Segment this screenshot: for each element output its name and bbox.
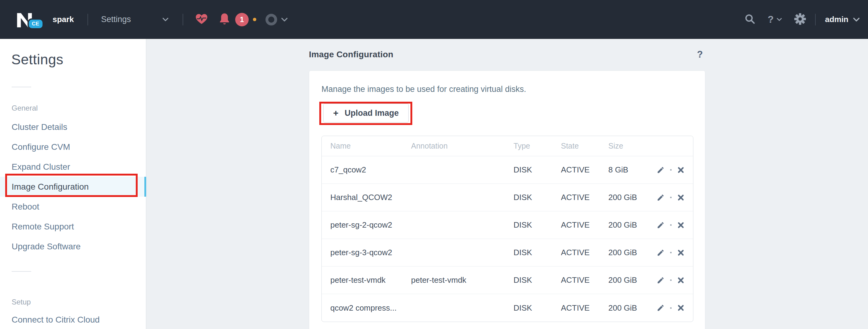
- table-header-row: Name Annotation Type State Size: [322, 136, 693, 156]
- edit-pencil-icon[interactable]: [657, 194, 664, 201]
- sidebar-item-expand-cluster[interactable]: Expand Cluster: [0, 157, 146, 177]
- chevron-down-icon: [853, 18, 860, 22]
- delete-x-icon[interactable]: [677, 166, 684, 174]
- table-row: peter-sg-2-qcow2 DISK ACTIVE 200 GiB: [322, 211, 693, 239]
- edit-pencil-icon[interactable]: [657, 276, 664, 284]
- image-size: 200 GiB: [608, 220, 654, 230]
- tasks-ring-icon[interactable]: [266, 14, 277, 25]
- image-size: 200 GiB: [608, 275, 654, 285]
- username-label: admin: [825, 15, 848, 24]
- row-actions: [654, 194, 684, 201]
- column-header-size: Size: [608, 141, 654, 150]
- row-actions: [654, 249, 684, 257]
- upload-image-button[interactable]: + Upload Image: [323, 104, 409, 122]
- selected-item-accent-bar: [144, 177, 146, 197]
- chevron-down-icon[interactable]: [281, 18, 288, 22]
- nutanix-logo[interactable]: CE: [16, 5, 40, 34]
- image-type: DISK: [514, 275, 561, 285]
- edit-pencil-icon[interactable]: [657, 221, 664, 229]
- help-menu[interactable]: ?: [768, 14, 782, 25]
- image-state: ACTIVE: [561, 303, 608, 313]
- delete-x-icon[interactable]: [677, 221, 684, 229]
- sidebar-item-cluster-details[interactable]: Cluster Details: [0, 117, 146, 137]
- image-annotation: peter-test-vmdk: [411, 275, 514, 285]
- image-configuration-card: Manage the images to be used for creatin…: [309, 71, 705, 329]
- nav-section-dropdown[interactable]: Settings: [101, 15, 169, 24]
- sidebar-item-image-configuration[interactable]: Image Configuration: [0, 177, 146, 197]
- sidebar-nav: Cluster Details Configure CVM Expand Clu…: [0, 117, 146, 256]
- chevron-down-icon: [162, 18, 169, 22]
- image-state: ACTIVE: [561, 275, 608, 285]
- row-actions: [654, 304, 684, 312]
- action-separator-dot: [670, 307, 672, 309]
- sidebar-divider: [11, 271, 31, 272]
- image-name: peter-sg-2-qcow2: [330, 220, 411, 230]
- image-type: DISK: [514, 303, 561, 313]
- navbar-divider: [88, 14, 88, 25]
- row-actions: [654, 276, 684, 284]
- action-separator-dot: [670, 279, 672, 281]
- image-name: Harshal_QCOW2: [330, 193, 411, 202]
- sidebar-divider: [11, 87, 31, 87]
- action-separator-dot: [670, 252, 672, 253]
- search-icon[interactable]: [744, 13, 755, 26]
- image-name: qcow2 compress...: [330, 303, 411, 313]
- navbar-divider: [815, 14, 816, 25]
- images-table: Name Annotation Type State Size c7_qcow2…: [321, 136, 693, 322]
- image-size: 200 GiB: [608, 193, 654, 202]
- image-type: DISK: [514, 248, 561, 257]
- image-type: DISK: [514, 193, 561, 202]
- image-size: 8 GiB: [608, 165, 654, 174]
- table-row: peter-test-vmdk peter-test-vmdk DISK ACT…: [322, 267, 693, 294]
- health-heart-icon[interactable]: [195, 13, 208, 26]
- column-header-annotation: Annotation: [411, 141, 514, 150]
- main-content: Image Configuration ? Manage the images …: [147, 39, 868, 329]
- page-help-icon[interactable]: ?: [697, 49, 703, 60]
- sidebar-item-upgrade-software[interactable]: Upgrade Software: [0, 237, 146, 256]
- page-title-row: Image Configuration ?: [309, 49, 705, 60]
- table-row: qcow2 compress... DISK ACTIVE 200 GiB: [322, 294, 693, 322]
- image-state: ACTIVE: [561, 193, 608, 202]
- navbar-divider: [183, 14, 183, 25]
- help-question-icon: ?: [768, 14, 774, 25]
- delete-x-icon[interactable]: [677, 304, 684, 311]
- chevron-down-icon: [777, 18, 782, 21]
- row-actions: [654, 166, 684, 174]
- table-row: c7_qcow2 DISK ACTIVE 8 GiB: [322, 156, 693, 184]
- image-state: ACTIVE: [561, 220, 608, 230]
- alert-count-badge[interactable]: 1: [235, 13, 249, 26]
- sidebar-title: Settings: [11, 51, 63, 68]
- image-size: 200 GiB: [608, 303, 654, 313]
- action-separator-dot: [670, 224, 672, 226]
- column-header-type: Type: [514, 141, 561, 150]
- user-menu[interactable]: admin: [825, 15, 860, 24]
- edit-pencil-icon[interactable]: [657, 249, 664, 257]
- alerts-bell-icon[interactable]: [219, 13, 230, 26]
- upload-image-label: Upload Image: [345, 108, 399, 118]
- image-name: c7_qcow2: [330, 165, 411, 174]
- navbar-right-cluster: ?: [744, 13, 860, 26]
- ce-edition-badge: CE: [28, 18, 44, 29]
- delete-x-icon[interactable]: [677, 249, 684, 256]
- sidebar-item-remote-support[interactable]: Remote Support: [0, 217, 146, 237]
- sidebar-item-reboot[interactable]: Reboot: [0, 197, 146, 217]
- sidebar-item-connect-citrix-cloud[interactable]: Connect to Citrix Cloud: [0, 310, 146, 329]
- row-actions: [654, 221, 684, 229]
- delete-x-icon[interactable]: [677, 277, 684, 284]
- action-separator-dot: [670, 169, 672, 171]
- page-title: Image Configuration: [309, 50, 393, 59]
- table-row: peter-sg-3-qcow2 DISK ACTIVE 200 GiB: [322, 239, 693, 267]
- edit-pencil-icon[interactable]: [657, 304, 664, 312]
- action-separator-dot: [670, 197, 672, 198]
- cluster-name[interactable]: spark: [53, 15, 74, 24]
- edit-pencil-icon[interactable]: [657, 166, 664, 174]
- image-name: peter-test-vmdk: [330, 275, 411, 285]
- sidebar-item-configure-cvm[interactable]: Configure CVM: [0, 137, 146, 157]
- column-header-state: State: [561, 141, 608, 150]
- plus-icon: +: [333, 108, 339, 118]
- image-name: peter-sg-3-qcow2: [330, 248, 411, 257]
- table-row: Harshal_QCOW2 DISK ACTIVE 200 GiB: [322, 184, 693, 211]
- warning-dot-icon: [253, 18, 256, 21]
- delete-x-icon[interactable]: [677, 194, 684, 201]
- gear-icon[interactable]: [794, 13, 806, 26]
